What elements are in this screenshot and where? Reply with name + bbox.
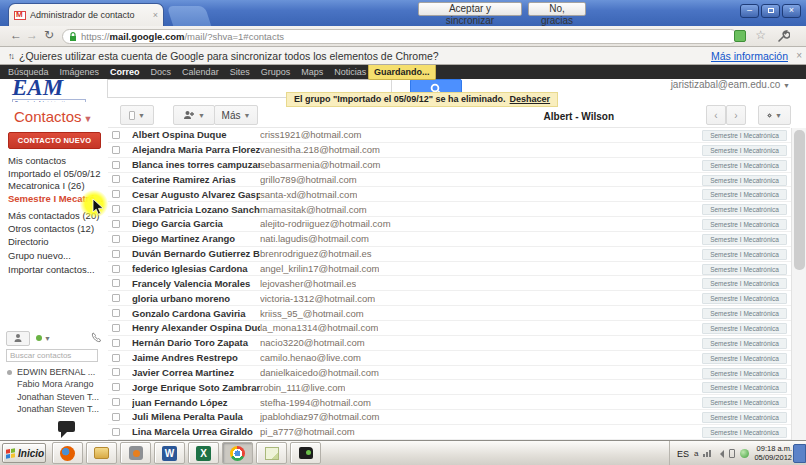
google-nav-maps[interactable]: Maps — [301, 67, 323, 77]
table-row[interactable]: Juli Milena Peralta Paulajpablohdiaz97@h… — [108, 410, 791, 425]
sidebar-item[interactable]: Directorio — [0, 236, 107, 249]
row-checkbox[interactable] — [112, 190, 120, 198]
table-row[interactable]: Henry Alexander Ospina Duquela_mona1314@… — [108, 321, 791, 336]
row-checkbox[interactable] — [112, 250, 120, 258]
taskbar-firefox-button[interactable] — [52, 442, 83, 464]
account-menu[interactable]: jaristizabal@eam.edu.co ▼ — [671, 79, 790, 90]
table-row[interactable]: Blanca ines torres campuzanosebasarmenia… — [108, 158, 791, 173]
table-row[interactable]: gloria urbano morenovictoria-1312@hotmai… — [108, 291, 791, 306]
page-action-icon[interactable] — [734, 30, 746, 42]
tab-close-icon[interactable]: × — [153, 10, 158, 20]
table-row[interactable]: federico Iglesias Cardonaangel_krilin17@… — [108, 262, 791, 277]
new-contact-button[interactable]: CONTACTO NUEVO — [8, 132, 101, 149]
row-checkbox[interactable] — [112, 205, 120, 213]
row-checkbox[interactable] — [112, 146, 120, 154]
chat-contact[interactable]: Jonathan Steven T... — [6, 403, 106, 415]
taskbar-player-button[interactable] — [120, 442, 151, 464]
sidebar-item[interactable]: Mis contactos — [0, 155, 107, 168]
table-row[interactable]: Jaime Andres Restrepocamilo.henao@live.c… — [108, 351, 791, 366]
address-bar[interactable]: https://mail.google.com/mail/?shva=1#con… — [62, 29, 738, 44]
chat-bubble-icon[interactable] — [58, 421, 75, 432]
table-row[interactable]: Duván Bernardo Gutierrez Bbrenrodriguez@… — [108, 247, 791, 262]
settings-button[interactable]: ▼ — [758, 105, 791, 125]
decline-sync-button[interactable]: No, gracias — [528, 2, 586, 16]
start-button[interactable]: Inicio — [2, 443, 46, 463]
sidebar-action[interactable]: Importar contactos... — [0, 263, 107, 277]
chat-contact[interactable]: Jonathan Steven T... — [6, 391, 106, 403]
show-desktop-button[interactable] — [793, 444, 806, 463]
sidebar-item[interactable]: Importado el 05/09/12 — [0, 168, 107, 181]
browser-tab[interactable]: Administrador de contacto × — [8, 3, 164, 26]
table-row[interactable]: Hernán Dario Toro Zapatanacio3220@hotmai… — [108, 336, 791, 351]
table-row[interactable]: Caterine Ramirez Ariasgrillo789@hotmail.… — [108, 173, 791, 188]
row-checkbox[interactable] — [112, 368, 120, 376]
taskbar-gallery-button[interactable] — [86, 442, 117, 464]
prev-page-button[interactable]: ‹ — [706, 105, 726, 125]
scrollbar-thumb[interactable] — [794, 130, 805, 270]
language-indicator[interactable]: ES — [677, 449, 689, 459]
table-row[interactable]: Diego Martinez Arangonati.lagudis@hotmai… — [108, 232, 791, 247]
restore-button[interactable] — [761, 4, 780, 18]
chevron-down-icon[interactable]: ▼ — [44, 335, 51, 342]
infobar-close-icon[interactable]: × — [796, 50, 802, 61]
chat-status-icon[interactable] — [36, 335, 42, 341]
row-checkbox[interactable] — [112, 309, 120, 317]
table-row[interactable]: Clara Patricia Lozano Sanchezmamasitak@h… — [108, 202, 791, 217]
call-phone-icon[interactable] — [91, 329, 102, 347]
contacts-title-menu[interactable]: Contactos▼ — [14, 108, 92, 125]
table-row[interactable]: Albert Ospina Duquecriss1921@hotmail.com… — [108, 128, 791, 143]
row-checkbox[interactable] — [112, 398, 120, 406]
google-nav-grupos[interactable]: Grupos — [261, 67, 291, 77]
sidebar-item[interactable]: Otros contactos (12) — [0, 223, 107, 236]
google-nav-noticias[interactable]: Noticias — [334, 67, 366, 77]
table-row[interactable]: Cesar Augusto Alvarez Gasparsanta-xd@hot… — [108, 187, 791, 202]
table-row[interactable]: Alejandra Maria Parra Florezvanesitha.21… — [108, 143, 791, 158]
reload-icon[interactable]: ↻ — [44, 28, 54, 42]
row-checkbox[interactable] — [112, 354, 120, 362]
table-row[interactable]: Jorge Enrique Soto Zambranorobin_111@liv… — [108, 380, 791, 395]
more-info-link[interactable]: Más información — [711, 50, 788, 62]
google-nav-docs[interactable]: Docs — [151, 67, 172, 77]
taskbar-excel-button[interactable]: X — [188, 442, 219, 464]
new-tab-button[interactable] — [167, 6, 211, 26]
select-all-button[interactable]: ▼ — [120, 105, 154, 125]
row-checkbox[interactable] — [112, 265, 120, 273]
table-row[interactable]: Diego Garcia Garciaalejito-rodriiguez@ho… — [108, 217, 791, 232]
taskbar-notes-button[interactable] — [256, 442, 287, 464]
more-actions-button[interactable]: Más▼ — [214, 105, 258, 125]
undo-link[interactable]: Deshacer — [510, 94, 551, 104]
row-checkbox[interactable] — [112, 220, 120, 228]
chat-search-input[interactable] — [6, 349, 98, 362]
row-checkbox[interactable] — [112, 383, 120, 391]
chat-contact[interactable]: Fabio Mora Arango — [6, 378, 106, 390]
row-checkbox[interactable] — [112, 324, 120, 332]
table-row[interactable]: Gonzalo Cardona Gaviriakriiss_95_@hotmai… — [108, 306, 791, 321]
table-row[interactable]: Francely Valencia Moraleslejovasher@hotm… — [108, 276, 791, 291]
row-checkbox[interactable] — [112, 235, 120, 243]
tray-network-icon[interactable] — [740, 449, 749, 458]
row-checkbox[interactable] — [112, 161, 120, 169]
accept-sync-button[interactable]: Aceptar y sincronizar — [418, 2, 522, 16]
taskbar-word-button[interactable]: W — [154, 442, 185, 464]
bookmark-star-icon[interactable]: ☆ — [755, 28, 766, 42]
table-row[interactable]: Javier Correa Martinezdanielkaicedo@hotm… — [108, 366, 791, 381]
google-nav-correo[interactable]: Correo — [110, 67, 140, 77]
row-checkbox[interactable] — [112, 175, 120, 183]
wrench-menu-icon[interactable] — [777, 30, 790, 43]
row-checkbox[interactable] — [112, 294, 120, 302]
table-row[interactable]: juan Fernando Lópezstefha-1994@hotmail.c… — [108, 395, 791, 410]
table-row[interactable]: Lina Marcela Urrea Giraldopi_a777@hotmai… — [108, 425, 791, 440]
chat-contact[interactable]: EDWIN BERNAL ... — [6, 366, 106, 378]
scrollbar[interactable] — [791, 128, 806, 440]
tray-device-icon[interactable] — [729, 449, 735, 458]
taskbar-chrome-button[interactable] — [222, 442, 253, 464]
tray-volume-icon[interactable] — [716, 450, 724, 458]
next-page-button[interactable]: › — [726, 105, 746, 125]
minimize-button[interactable]: – — [740, 4, 759, 18]
close-button[interactable]: × — [782, 4, 801, 18]
tray-signal-icon[interactable] — [703, 450, 711, 457]
add-to-group-button[interactable]: ▼ — [173, 105, 215, 125]
row-checkbox[interactable] — [112, 428, 120, 436]
chat-profile-button[interactable] — [6, 331, 30, 346]
taskbar-recorder-button[interactable] — [290, 442, 321, 464]
